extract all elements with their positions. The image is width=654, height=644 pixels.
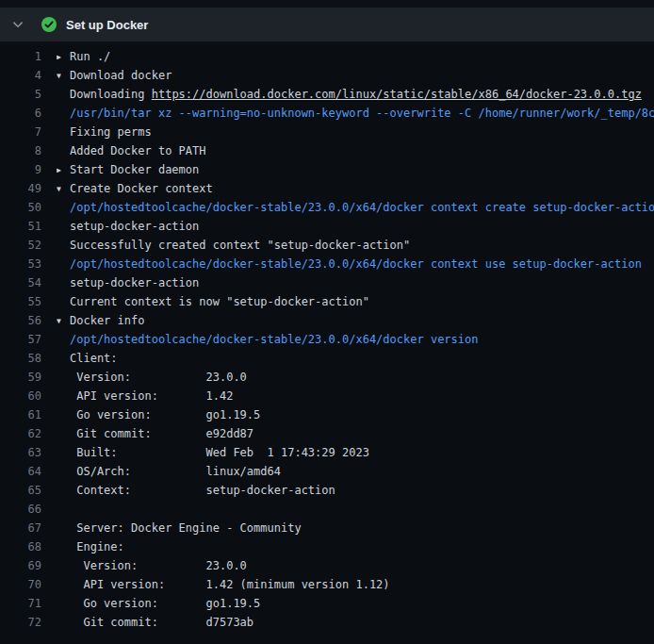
line-number[interactable]: 71 [0, 594, 41, 613]
line-number[interactable]: 50 [0, 198, 41, 217]
log-line-content: Go version: go1.19.5 [57, 405, 654, 424]
triangle-down-icon[interactable]: ▼ [57, 67, 70, 85]
log-text: Version: 23.0.0 [70, 559, 247, 572]
log-line: 50/opt/hostedtoolcache/docker-stable/23.… [0, 198, 654, 217]
line-number[interactable]: 64 [0, 462, 41, 481]
line-number[interactable]: 68 [0, 537, 41, 556]
triangle-right-icon[interactable]: ▶ [57, 48, 70, 66]
log-line-content: Built: Wed Feb 1 17:43:29 2023 [57, 443, 654, 462]
log-text: Client: [70, 352, 118, 365]
triangle-right-icon[interactable]: ▶ [57, 161, 70, 179]
line-number[interactable]: 59 [0, 368, 41, 387]
log-line-content: /opt/hostedtoolcache/docker-stable/23.0.… [57, 198, 654, 217]
log-text: Git commit: d7573ab [70, 616, 253, 629]
log-text: Start Docker daemon [70, 163, 199, 176]
log-line[interactable]: 56▼Docker info [0, 311, 654, 330]
log-text: Fixing perms [70, 125, 152, 139]
line-number[interactable]: 62 [0, 424, 41, 443]
log-line: 52Successfully created context "setup-do… [0, 236, 654, 255]
log-text: Current context is now "setup-docker-act… [70, 295, 369, 308]
log-text: setup-docker-action [70, 276, 199, 289]
line-number[interactable]: 5 [0, 85, 41, 104]
line-number[interactable]: 66 [0, 500, 41, 519]
page-background-strip [0, 0, 654, 8]
line-number[interactable]: 60 [0, 387, 41, 405]
log-text: Version: 23.0.0 [70, 371, 247, 384]
log-command-text: /usr/bin/tar xz --warning=no-unknown-key… [70, 107, 654, 120]
line-number[interactable]: 4 [0, 66, 41, 85]
line-number[interactable]: 55 [0, 292, 41, 311]
log-line-content: ▼Create Docker context [57, 179, 654, 198]
line-number[interactable]: 70 [0, 575, 41, 594]
step-title: Set up Docker [66, 18, 148, 32]
log-line-content: setup-docker-action [57, 217, 654, 236]
line-number[interactable]: 56 [0, 311, 41, 330]
line-number[interactable]: 63 [0, 443, 41, 462]
log-line: 65 Context: setup-docker-action [0, 481, 654, 500]
line-number[interactable]: 6 [0, 104, 41, 123]
log-line-content: Git commit: e92dd87 [57, 424, 654, 443]
log-line-content: Engine: [57, 537, 654, 556]
log-line-content: /opt/hostedtoolcache/docker-stable/23.0.… [57, 255, 654, 273]
line-number[interactable]: 72 [0, 613, 41, 632]
log-link[interactable]: https://download.docker.com/linux/static… [152, 88, 642, 101]
log-line[interactable]: 1▶Run ./ [0, 47, 654, 66]
log-text: Server: Docker Engine - Community [70, 521, 302, 535]
log-line-content: ▼Docker info [57, 311, 654, 330]
line-number[interactable]: 54 [0, 273, 41, 292]
triangle-down-icon[interactable]: ▼ [57, 180, 70, 198]
line-number[interactable]: 52 [0, 236, 41, 255]
log-line: 58Client: [0, 349, 654, 368]
log-line-content: Version: 23.0.0 [57, 368, 654, 387]
log-line: 59 Version: 23.0.0 [0, 368, 654, 387]
log-line-content: Successfully created context "setup-dock… [57, 236, 654, 255]
log-line-content: ▶Start Docker daemon [57, 160, 654, 179]
log-line-content: /opt/hostedtoolcache/docker-stable/23.0.… [57, 330, 654, 349]
line-number[interactable]: 7 [0, 123, 41, 141]
log-line-content: Added Docker to PATH [57, 141, 654, 160]
chevron-down-icon[interactable] [11, 18, 25, 31]
log-text: Docker info [70, 314, 144, 327]
log-command-text: /opt/hostedtoolcache/docker-stable/23.0.… [70, 333, 478, 346]
log-text: setup-docker-action [70, 220, 199, 233]
line-number[interactable]: 58 [0, 349, 41, 368]
line-number[interactable]: 61 [0, 405, 41, 424]
log-text: Added Docker to PATH [70, 144, 206, 157]
log-line: 69 Version: 23.0.0 [0, 556, 654, 575]
line-number[interactable]: 9 [0, 160, 41, 179]
log-line: 67 Server: Docker Engine - Community [0, 519, 654, 537]
log-text: Downloading [70, 88, 152, 101]
log-line: 66 [0, 500, 654, 519]
line-number[interactable]: 8 [0, 141, 41, 160]
log-line[interactable]: 9▶Start Docker daemon [0, 160, 654, 179]
log-text: Engine: [70, 540, 124, 553]
log-line: 71 Go version: go1.19.5 [0, 594, 654, 613]
line-number[interactable]: 1 [0, 47, 41, 66]
line-number[interactable]: 57 [0, 330, 41, 349]
log-text: Git commit: e92dd87 [70, 427, 253, 440]
log-line: 57/opt/hostedtoolcache/docker-stable/23.… [0, 330, 654, 349]
log-line-content: ▼Download docker [57, 66, 654, 85]
log-line-content: Fixing perms [57, 123, 654, 141]
log-line[interactable]: 49▼Create Docker context [0, 179, 654, 198]
log-line: 72 Git commit: d7573ab [0, 613, 654, 632]
log-line: 64 OS/Arch: linux/amd64 [0, 462, 654, 481]
log-line: 5Downloading https://download.docker.com… [0, 85, 654, 104]
line-number[interactable]: 51 [0, 217, 41, 236]
line-number[interactable]: 49 [0, 179, 41, 198]
log-line[interactable]: 4▼Download docker [0, 66, 654, 85]
line-number[interactable]: 69 [0, 556, 41, 575]
log-line: 63 Built: Wed Feb 1 17:43:29 2023 [0, 443, 654, 462]
step-header[interactable]: Set up Docker [0, 8, 654, 41]
log-command-text: /opt/hostedtoolcache/docker-stable/23.0.… [70, 201, 654, 214]
line-number[interactable]: 53 [0, 255, 41, 273]
line-number[interactable]: 65 [0, 481, 41, 500]
log-line-content: setup-docker-action [57, 273, 654, 292]
log-line: 7Fixing perms [0, 123, 654, 141]
log-line: 53/opt/hostedtoolcache/docker-stable/23.… [0, 255, 654, 273]
triangle-down-icon[interactable]: ▼ [57, 312, 70, 330]
log-text: API version: 1.42 (minimum version 1.12) [70, 578, 390, 591]
log-line: 6/usr/bin/tar xz --warning=no-unknown-ke… [0, 104, 654, 123]
line-number[interactable]: 67 [0, 519, 41, 537]
log-line: 70 API version: 1.42 (minimum version 1.… [0, 575, 654, 594]
